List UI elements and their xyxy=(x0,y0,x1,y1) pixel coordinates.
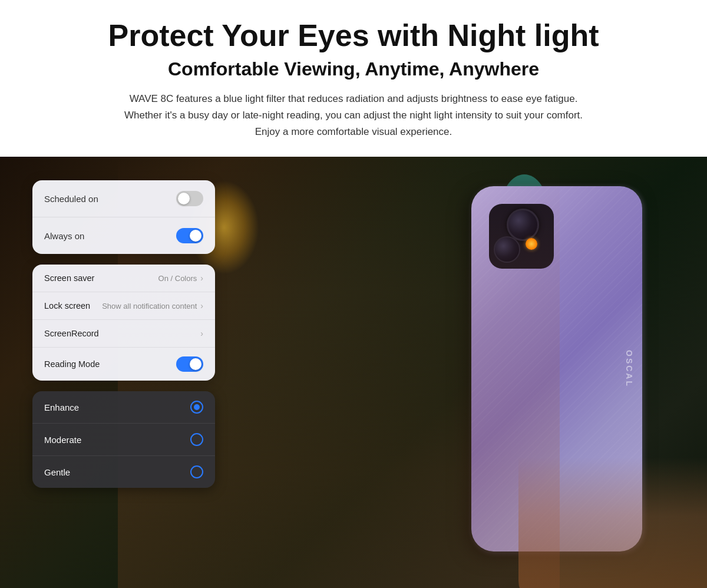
scheduled-on-row: Scheduled on xyxy=(32,180,215,217)
screen-saver-label: Screen saver xyxy=(44,273,94,283)
gentle-label: Gentle xyxy=(44,467,70,477)
moderate-row[interactable]: Moderate xyxy=(32,424,215,456)
image-section: OSCAL Scheduled on Always on xyxy=(0,157,707,588)
gentle-radio[interactable] xyxy=(190,465,203,478)
screen-saver-right: On / Colors › xyxy=(158,273,203,283)
enhance-row[interactable]: Enhance xyxy=(32,391,215,424)
screen-saver-chevron-icon: › xyxy=(200,273,203,283)
scheduled-on-label: Scheduled on xyxy=(44,194,98,204)
enhance-label: Enhance xyxy=(44,402,79,412)
lock-screen-value: Show all notification content xyxy=(102,302,197,310)
reading-mode-row: Reading Mode xyxy=(32,348,215,381)
screen-saver-row[interactable]: Screen saver On / Colors › xyxy=(32,265,215,292)
reading-mode-label: Reading Mode xyxy=(44,359,100,369)
top-section: Protect Your Eyes with Night light Comfo… xyxy=(0,0,707,157)
enhance-radio[interactable] xyxy=(190,401,203,414)
scheduled-on-toggle[interactable] xyxy=(176,191,203,206)
gentle-row[interactable]: Gentle xyxy=(32,456,215,488)
radio-card: Enhance Moderate Gentle xyxy=(32,391,215,488)
screen-record-row[interactable]: ScreenRecord › xyxy=(32,320,215,348)
enhance-radio-dot xyxy=(194,404,200,410)
screen-record-label: ScreenRecord xyxy=(44,329,99,338)
moderate-label: Moderate xyxy=(44,435,81,445)
phone-brand: OSCAL xyxy=(625,350,634,388)
reading-mode-toggle[interactable] xyxy=(176,356,203,372)
moderate-radio[interactable] xyxy=(190,433,203,446)
always-on-row: Always on xyxy=(32,217,215,254)
always-on-label: Always on xyxy=(44,231,84,241)
lock-screen-label: Lock screen xyxy=(44,301,90,310)
settings-card: Screen saver On / Colors › Lock screen S… xyxy=(32,265,215,381)
sub-title: Comfortable Viewing, Anytime, Anywhere xyxy=(71,58,636,80)
screen-record-chevron-icon: › xyxy=(200,329,203,338)
reading-mode-toggle-thumb xyxy=(190,358,201,370)
lock-screen-chevron-icon: › xyxy=(200,301,203,310)
night-light-card: Scheduled on Always on xyxy=(32,180,215,254)
screen-saver-value: On / Colors xyxy=(158,274,197,283)
lock-screen-row[interactable]: Lock screen Show all notification conten… xyxy=(32,292,215,320)
scheduled-on-toggle-thumb xyxy=(178,193,190,204)
ui-overlays: Scheduled on Always on Screen saver On /… xyxy=(32,180,215,488)
screen-record-right: › xyxy=(200,329,203,338)
always-on-toggle-thumb xyxy=(190,230,201,242)
lock-screen-right: Show all notification content › xyxy=(102,301,203,310)
always-on-toggle[interactable] xyxy=(176,228,203,243)
main-title: Protect Your Eyes with Night light xyxy=(71,19,636,52)
description: WAVE 8C features a blue light filter tha… xyxy=(112,91,595,140)
